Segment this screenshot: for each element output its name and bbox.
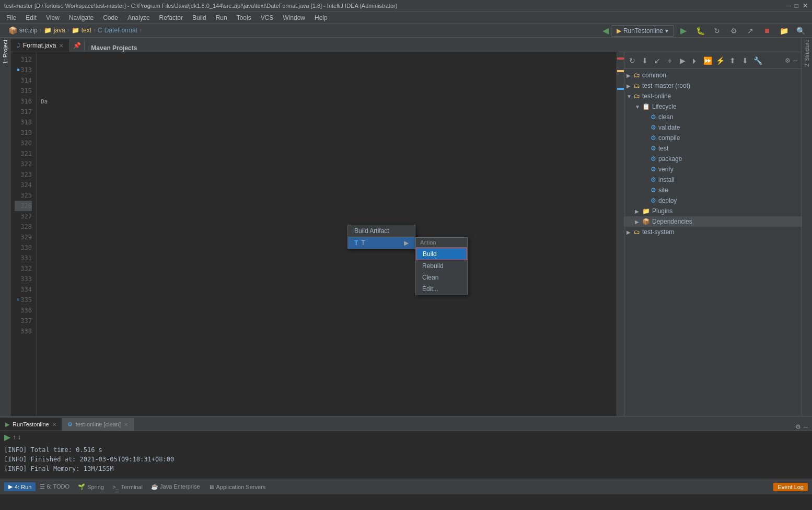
status-eventlog-btn[interactable]: Event Log	[773, 483, 808, 491]
status-spring-icon: 🌱	[78, 483, 85, 490]
menu-view[interactable]: View	[42, 13, 64, 22]
tree-package[interactable]: ⚙ package	[624, 154, 802, 164]
run-tab-settings-icon[interactable]: ⚙	[795, 423, 801, 431]
test-online-arrow[interactable]: ▼	[627, 94, 633, 99]
tree-common[interactable]: ▶ 🗂 common	[624, 70, 802, 80]
breadcrumb-text[interactable]: text	[82, 27, 91, 34]
back-nav-icon[interactable]: ◀	[602, 26, 609, 36]
menu-refactor[interactable]: Refactor	[155, 13, 187, 22]
test-master-arrow[interactable]: ▶	[627, 83, 633, 89]
refresh-button[interactable]: ↻	[710, 24, 724, 38]
line-335: 335	[20, 295, 32, 305]
action-rebuild[interactable]: Rebuild	[416, 260, 467, 272]
maven-settings-icon[interactable]: ⚙	[785, 57, 791, 64]
menu-edit[interactable]: Edit	[21, 13, 41, 22]
structure-tab[interactable]: 2: Structure	[803, 38, 811, 69]
menu-code[interactable]: Code	[99, 13, 122, 22]
menu-window[interactable]: Window	[279, 13, 309, 22]
run-down-icon[interactable]: ↓	[18, 434, 21, 441]
menu-help[interactable]: Help	[310, 13, 332, 22]
settings-button[interactable]: ⚙	[726, 24, 741, 38]
common-arrow[interactable]: ▶	[627, 73, 633, 78]
status-appservers-btn[interactable]: 🖥 Application Servers	[204, 483, 270, 491]
run-tab-test-online-clean[interactable]: ⚙ test-online [clean] ✕	[62, 418, 134, 431]
maven-skip-tests-btn[interactable]: ⏩	[702, 55, 713, 66]
run-tab-runtestonline[interactable]: ▶ RunTestonline ✕	[0, 418, 62, 431]
maven-reimport-btn[interactable]: ⬇	[639, 55, 651, 66]
site-label: site	[658, 187, 799, 194]
search-button[interactable]: 🔍	[793, 24, 808, 38]
line-321: 321	[15, 148, 32, 159]
artifact-t-label: T	[361, 239, 365, 247]
tree-verify[interactable]: ⚙ verify	[624, 164, 802, 175]
menu-build[interactable]: Build	[188, 13, 211, 22]
maven-refresh-btn[interactable]: ↻	[627, 55, 638, 66]
tree-dependencies[interactable]: ▶ 📦 Dependencies	[624, 216, 802, 227]
run-line-2: [INFO] Finished at: 2021-03-05T09:18:31+…	[4, 455, 808, 464]
run-up-icon[interactable]: ↑	[13, 434, 16, 441]
project-tab[interactable]: 1: Project	[1, 38, 9, 66]
action-edit[interactable]: Edit...	[416, 283, 467, 295]
breadcrumb-srczip[interactable]: src.zip	[19, 27, 38, 34]
run-play-icon[interactable]: ▶	[4, 432, 10, 442]
tree-test-master[interactable]: ▶ 🗂 test-master (root)	[624, 80, 802, 91]
tree-lifecycle[interactable]: ▼ 📋 Lifecycle	[624, 101, 802, 112]
run-config-dropdown[interactable]: ▶ RunTestonline ▾	[611, 25, 674, 37]
status-terminal-btn[interactable]: >_ Terminal	[108, 483, 147, 491]
maven-minimize-icon[interactable]: ─	[793, 57, 797, 64]
tree-test-online[interactable]: ▼ 🗂 test-online	[624, 91, 802, 101]
run-button[interactable]: ▶	[676, 24, 691, 38]
tree-validate[interactable]: ⚙ validate	[624, 122, 802, 133]
lifecycle-arrow[interactable]: ▼	[635, 104, 641, 110]
deploy-button[interactable]: ↗	[743, 24, 758, 38]
action-build[interactable]: Build	[416, 248, 467, 260]
deps-arrow[interactable]: ▶	[635, 219, 641, 225]
folder-button[interactable]: 📁	[776, 24, 791, 38]
run-tab-clean-close-icon[interactable]: ✕	[124, 422, 128, 427]
tree-clean[interactable]: ⚙ clean	[624, 112, 802, 122]
menu-run[interactable]: Run	[212, 13, 231, 22]
run-tab-minimize-icon[interactable]: ─	[803, 423, 808, 431]
action-clean[interactable]: Clean	[416, 272, 467, 283]
menu-navigate[interactable]: Navigate	[65, 13, 98, 22]
build-artifact-t-item[interactable]: T T ▶	[348, 237, 415, 249]
status-spring-btn[interactable]: 🌱 Spring	[74, 482, 108, 491]
code-area[interactable]: Da	[37, 52, 617, 416]
maven-collapse-btn[interactable]: ⬆	[727, 55, 738, 66]
tab-close-icon[interactable]: ✕	[59, 43, 63, 49]
minimize-button[interactable]: ─	[786, 2, 791, 9]
maximize-button[interactable]: □	[795, 2, 798, 9]
line-336: 336	[15, 305, 32, 316]
status-todo-btn[interactable]: ☰ 6: TODO	[36, 482, 74, 491]
maven-run-btn[interactable]: ▶	[677, 55, 688, 66]
close-button[interactable]: ✕	[803, 2, 808, 9]
status-java-btn[interactable]: ☕ Java Enterprise	[147, 482, 204, 491]
status-run-btn[interactable]: ▶ 4: Run	[4, 482, 36, 491]
maven-add-btn[interactable]: +	[664, 55, 676, 66]
maven-download-btn[interactable]: ↙	[652, 55, 663, 66]
tree-compile[interactable]: ⚙ compile	[624, 133, 802, 143]
tree-test[interactable]: ⚙ test	[624, 143, 802, 154]
maven-run-lifecycle-btn[interactable]: ⏵	[689, 55, 701, 66]
stop-button[interactable]: ■	[760, 24, 774, 38]
run-tab-close-icon[interactable]: ✕	[52, 422, 56, 427]
tree-site[interactable]: ⚙ site	[624, 185, 802, 195]
plugins-arrow[interactable]: ▶	[635, 208, 641, 214]
menu-vcs[interactable]: VCS	[257, 13, 278, 22]
test-system-arrow[interactable]: ▶	[627, 229, 633, 235]
editor-tab-format[interactable]: J Format.java ✕	[10, 39, 70, 52]
debug-button[interactable]: 🐛	[693, 24, 707, 38]
maven-generate-btn[interactable]: ⚡	[714, 55, 726, 66]
pin-tab-button[interactable]: 📌	[70, 39, 85, 52]
menu-tools[interactable]: Tools	[233, 13, 256, 22]
tree-deploy[interactable]: ⚙ deploy	[624, 195, 802, 206]
menu-analyze[interactable]: Analyze	[123, 13, 154, 22]
breadcrumb-dateformat[interactable]: DateFormat	[105, 27, 137, 34]
tree-plugins[interactable]: ▶ 📁 Plugins	[624, 206, 802, 216]
tree-test-system[interactable]: ▶ 🗂 test-system	[624, 227, 802, 237]
maven-expand-btn[interactable]: ⬇	[739, 55, 751, 66]
menu-file[interactable]: File	[2, 13, 20, 22]
tree-install[interactable]: ⚙ install	[624, 175, 802, 185]
breadcrumb-java[interactable]: java	[54, 27, 65, 34]
maven-settings-btn[interactable]: 🔧	[752, 55, 763, 66]
